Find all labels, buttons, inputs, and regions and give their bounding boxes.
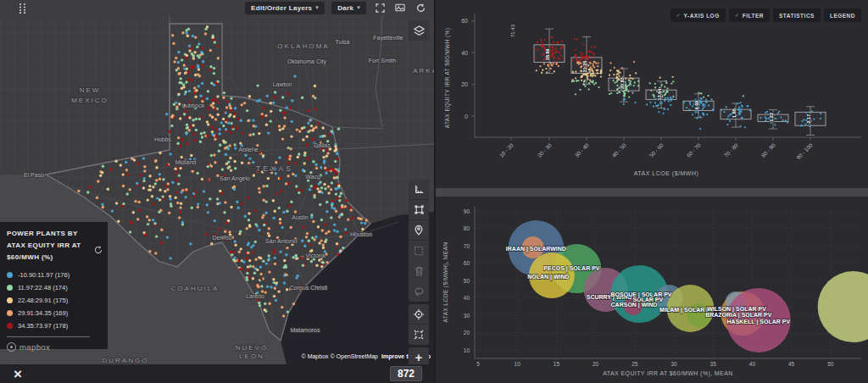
power-plant-dot[interactable] [324,223,326,225]
power-plant-dot[interactable] [230,109,232,112]
power-plant-dot[interactable] [258,256,260,258]
power-plant-dot[interactable] [322,156,325,158]
power-plant-dot[interactable] [272,278,275,280]
power-plant-dot[interactable] [231,125,234,128]
power-plant-dot[interactable] [175,108,178,110]
power-plant-dot[interactable] [193,86,196,89]
power-plant-dot[interactable] [216,175,219,177]
power-plant-dot[interactable] [290,135,292,137]
power-plant-dot[interactable] [270,286,272,288]
power-plant-dot[interactable] [335,187,337,190]
power-plant-dot[interactable] [230,206,232,208]
power-plant-dot[interactable] [207,211,209,214]
power-plant-dot[interactable] [238,251,241,253]
power-plant-dot[interactable] [323,159,326,162]
power-plant-dot[interactable] [190,47,192,49]
power-plant-dot[interactable] [287,310,289,313]
power-plant-dot[interactable] [267,177,270,180]
power-plant-dot[interactable] [107,188,109,191]
power-plant-dot[interactable] [361,228,364,230]
power-plant-dot[interactable] [337,128,340,130]
power-plant-dot[interactable] [263,224,265,226]
power-plant-dot[interactable] [318,258,320,261]
power-plant-dot[interactable] [214,135,217,137]
power-plant-dot[interactable] [314,85,316,87]
power-plant-dot[interactable] [171,181,174,184]
power-plant-dot[interactable] [218,228,220,230]
delete-trash-button[interactable] [409,261,429,281]
power-plant-dot[interactable] [230,251,232,253]
power-plant-dot[interactable] [303,152,306,154]
power-plant-dot[interactable] [326,201,328,203]
power-plant-dot[interactable] [183,67,186,69]
power-plant-dot[interactable] [137,201,140,203]
power-plant-dot[interactable] [274,263,276,265]
power-plant-dot[interactable] [225,111,227,114]
power-plant-dot[interactable] [251,252,253,254]
power-plant-dot[interactable] [345,231,348,234]
power-plant-dot[interactable] [268,227,270,230]
power-plant-dot[interactable] [315,264,318,267]
power-plant-dot[interactable] [246,109,248,112]
power-plant-dot[interactable] [175,197,177,199]
power-plant-dot[interactable] [181,58,183,61]
power-plant-dot[interactable] [170,205,172,208]
power-plant-dot[interactable] [233,113,236,115]
power-plant-dot[interactable] [248,259,251,262]
power-plant-dot[interactable] [334,145,337,147]
power-plant-dot[interactable] [223,92,225,94]
measure-ruler-button[interactable] [409,180,429,200]
power-plant-dot[interactable] [274,257,276,259]
export-image-button[interactable] [393,3,407,13]
power-plant-dot[interactable] [177,61,180,64]
power-plant-dot[interactable] [125,169,128,171]
power-plant-dot[interactable] [148,219,151,221]
power-plant-dot[interactable] [201,64,203,67]
recenter-locate-button[interactable] [409,304,429,325]
power-plant-dot[interactable] [188,49,191,52]
power-plant-dot[interactable] [175,179,177,181]
power-plant-dot[interactable] [96,197,98,199]
power-plant-dot[interactable] [235,244,237,247]
power-plant-dot[interactable] [126,173,129,175]
power-plant-dot[interactable] [160,241,163,244]
power-plant-dot[interactable] [185,110,187,113]
power-plant-dot[interactable] [152,203,154,205]
power-plant-dot[interactable] [301,256,303,258]
power-plant-dot[interactable] [203,190,205,192]
power-plant-dot[interactable] [318,191,320,193]
power-plant-dot[interactable] [153,222,156,225]
power-plant-dot[interactable] [303,245,306,247]
power-plant-dot[interactable] [285,253,287,256]
power-plant-dot[interactable] [229,157,231,159]
power-plant-dot[interactable] [360,221,363,224]
power-plant-dot[interactable] [283,112,286,114]
power-plant-dot[interactable] [204,28,207,31]
point-marker-button[interactable] [409,220,429,241]
draw-polygon-button[interactable] [409,200,429,220]
power-plant-dot[interactable] [349,206,352,208]
power-plant-dot[interactable] [166,164,169,166]
power-plant-dot[interactable] [216,95,219,97]
power-plant-dot[interactable] [292,256,294,258]
power-plant-dot[interactable] [319,203,321,206]
power-plant-dot[interactable] [336,197,338,199]
box-group[interactable]: 1.85 [721,95,751,128]
power-plant-dot[interactable] [195,118,198,120]
power-plant-dot[interactable] [241,103,243,106]
power-plant-dot[interactable] [164,190,166,192]
power-plant-dot[interactable] [197,206,199,208]
power-plant-dot[interactable] [192,35,194,37]
power-plant-dot[interactable] [176,142,179,145]
box-group[interactable]: 6.98 [683,92,714,130]
power-plant-dot[interactable] [281,96,284,98]
power-plant-dot[interactable] [364,222,366,225]
power-plant-dot[interactable] [181,31,184,34]
power-plant-dot[interactable] [180,203,182,205]
power-plant-dot[interactable] [322,244,325,247]
power-plant-dot[interactable] [283,125,286,127]
power-plant-dot[interactable] [219,128,221,130]
power-plant-dot[interactable] [283,281,286,284]
power-plant-dot[interactable] [274,210,276,213]
power-plant-dot[interactable] [314,126,317,129]
